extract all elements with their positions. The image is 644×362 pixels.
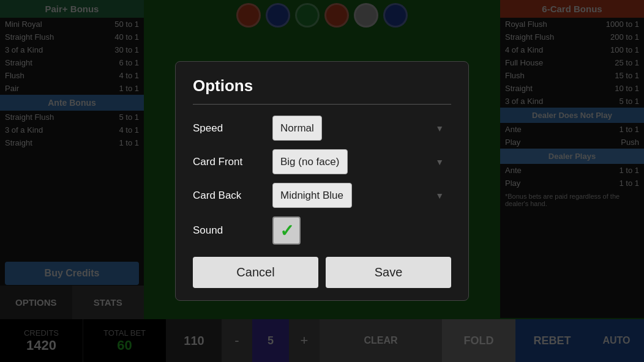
speed-select-wrapper: Slow Normal Fast — [272, 116, 451, 141]
card-front-select-wrapper: Standard Big (no face) Big (face) — [272, 149, 451, 174]
sound-row: Sound ✓ — [193, 216, 451, 245]
speed-row: Speed Slow Normal Fast — [193, 116, 451, 141]
sound-checkmark: ✓ — [280, 221, 294, 241]
modal-overlay: Options Speed Slow Normal Fast Card Fron… — [0, 0, 644, 362]
options-modal: Options Speed Slow Normal Fast Card Fron… — [175, 61, 469, 301]
sound-label: Sound — [193, 224, 272, 237]
modal-buttons: Cancel Save — [193, 257, 451, 288]
speed-select[interactable]: Slow Normal Fast — [272, 116, 322, 141]
save-button[interactable]: Save — [326, 257, 451, 288]
cancel-button[interactable]: Cancel — [193, 257, 318, 288]
card-back-select[interactable]: Red Blue Midnight Blue Green — [272, 183, 352, 208]
card-back-row: Card Back Red Blue Midnight Blue Green — [193, 183, 451, 208]
card-back-label: Card Back — [193, 190, 272, 202]
sound-checkbox[interactable]: ✓ — [272, 216, 301, 245]
modal-title: Options — [193, 76, 451, 95]
card-front-select[interactable]: Standard Big (no face) Big (face) — [272, 149, 348, 174]
card-back-select-wrapper: Red Blue Midnight Blue Green — [272, 183, 451, 208]
speed-label: Speed — [193, 122, 272, 135]
modal-divider — [193, 104, 451, 105]
card-front-label: Card Front — [193, 156, 272, 168]
card-front-row: Card Front Standard Big (no face) Big (f… — [193, 149, 451, 174]
